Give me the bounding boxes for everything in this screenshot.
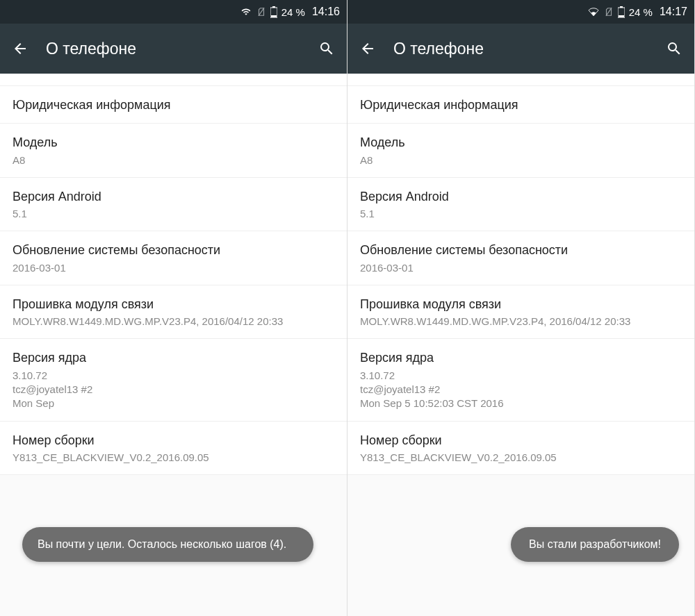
row-model[interactable]: Модель A8 — [0, 124, 347, 178]
settings-list: Юридическая информация Модель A8 Версия … — [0, 86, 347, 475]
row-label: Версия Android — [13, 188, 334, 205]
toast-text: Вы стали разработчиком! — [529, 538, 661, 550]
row-value: A8 — [13, 153, 334, 167]
content-top-spacer — [348, 74, 694, 86]
row-build-number[interactable]: Номер сборки Y813_CE_BLACKVIEW_V0.2_2016… — [0, 422, 347, 476]
toast-text: Вы почти у цели. Осталось несколько шаго… — [38, 538, 286, 550]
row-value: A8 — [360, 153, 682, 167]
row-label: Номер сборки — [360, 432, 682, 449]
battery-icon — [618, 6, 625, 18]
row-kernel-version[interactable]: Версия ядра 3.10.72tcz@joyatel13 #2Mon S… — [0, 339, 347, 421]
wifi-icon — [587, 7, 600, 17]
back-button[interactable] — [10, 40, 31, 57]
row-value: 5.1 — [360, 207, 682, 221]
row-label: Номер сборки — [13, 432, 334, 449]
statusbar: 24 % 14:16 — [0, 0, 347, 24]
sim-icon — [256, 6, 266, 17]
clock: 14:16 — [312, 6, 340, 18]
row-label: Обновление системы безопасности — [360, 242, 682, 258]
row-label: Версия Android — [360, 188, 682, 205]
appbar-title: О телефоне — [46, 40, 316, 58]
row-model[interactable]: Модель A8 — [348, 124, 694, 178]
svg-rect-2 — [271, 15, 277, 17]
row-value: 2016-03-01 — [13, 261, 334, 275]
search-button[interactable] — [316, 40, 337, 57]
row-value: 3.10.72tcz@joyatel13 #2Mon Sep — [13, 369, 334, 411]
row-android-version[interactable]: Версия Android 5.1 — [348, 178, 694, 232]
row-label: Версия ядра — [360, 349, 682, 366]
row-value: Y813_CE_BLACKVIEW_V0.2_2016.09.05 — [13, 451, 334, 465]
row-label: Обновление системы безопасности — [13, 242, 334, 258]
row-label: Прошивка модуля связи — [13, 296, 334, 313]
row-kernel-version[interactable]: Версия ядра 3.10.72tcz@joyatel13 #2Mon S… — [348, 339, 694, 421]
appbar: О телефоне — [0, 24, 347, 74]
wifi-icon — [240, 7, 252, 17]
screen-right: 24 % 14:17 О телефоне Юридическая информ… — [348, 0, 695, 616]
search-button[interactable] — [664, 40, 685, 57]
row-label: Юридическая информация — [13, 97, 334, 113]
appbar: О телефоне — [348, 24, 694, 74]
row-value: MOLY.WR8.W1449.MD.WG.MP.V23.P4, 2016/04/… — [360, 315, 682, 328]
row-value: MOLY.WR8.W1449.MD.WG.MP.V23.P4, 2016/04/… — [13, 315, 334, 328]
statusbar: 24 % 14:17 — [348, 0, 694, 24]
toast: Вы стали разработчиком! — [511, 527, 679, 562]
row-baseband[interactable]: Прошивка модуля связи MOLY.WR8.W1449.MD.… — [348, 285, 694, 340]
battery-icon — [270, 6, 277, 18]
row-android-version[interactable]: Версия Android 5.1 — [0, 178, 347, 232]
svg-rect-5 — [619, 15, 624, 17]
row-label: Модель — [13, 134, 334, 151]
sim-icon — [604, 6, 614, 17]
row-build-number[interactable]: Номер сборки Y813_CE_BLACKVIEW_V0.2_2016… — [348, 422, 694, 476]
row-value: 2016-03-01 — [360, 261, 682, 275]
appbar-title: О телефоне — [393, 40, 664, 58]
battery-percent: 24 % — [281, 6, 305, 18]
row-value: 5.1 — [13, 207, 334, 221]
row-label: Версия ядра — [13, 349, 334, 366]
battery-percent: 24 % — [629, 6, 653, 18]
row-label: Прошивка модуля связи — [360, 296, 682, 313]
row-legal-info[interactable]: Юридическая информация — [348, 86, 694, 124]
row-legal-info[interactable]: Юридическая информация — [0, 86, 347, 124]
row-label: Модель — [360, 134, 682, 151]
content-top-spacer — [0, 74, 347, 86]
row-security-patch[interactable]: Обновление системы безопасности 2016-03-… — [348, 231, 694, 285]
settings-list: Юридическая информация Модель A8 Версия … — [348, 86, 694, 475]
row-baseband[interactable]: Прошивка модуля связи MOLY.WR8.W1449.MD.… — [0, 285, 347, 340]
row-value: Y813_CE_BLACKVIEW_V0.2_2016.09.05 — [360, 451, 682, 465]
row-value: 3.10.72tcz@joyatel13 #2Mon Sep 5 10:52:0… — [360, 369, 682, 411]
row-label: Юридическая информация — [360, 97, 682, 113]
back-button[interactable] — [357, 40, 378, 57]
row-security-patch[interactable]: Обновление системы безопасности 2016-03-… — [0, 231, 347, 285]
toast: Вы почти у цели. Осталось несколько шаго… — [22, 527, 313, 562]
screen-left: 24 % 14:16 О телефоне Юридическая информ… — [0, 0, 348, 616]
clock: 14:17 — [660, 6, 687, 18]
